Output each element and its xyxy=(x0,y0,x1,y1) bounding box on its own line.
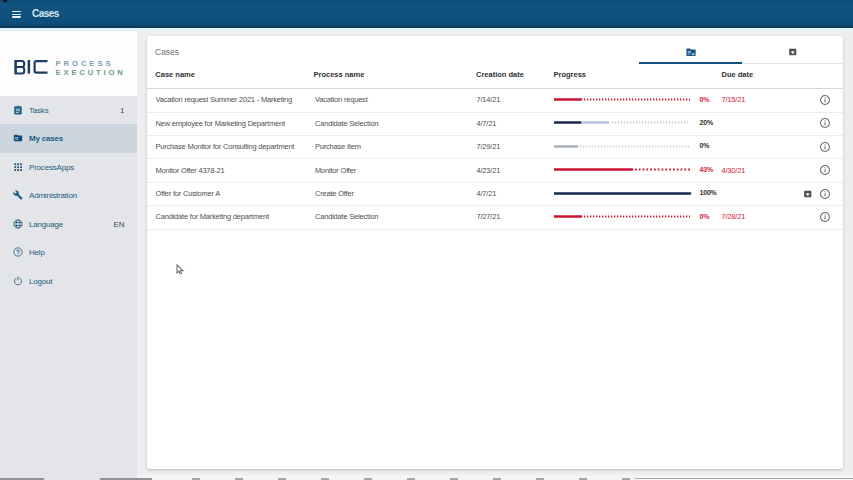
svg-text:EXECUTION: EXECUTION xyxy=(56,68,124,77)
